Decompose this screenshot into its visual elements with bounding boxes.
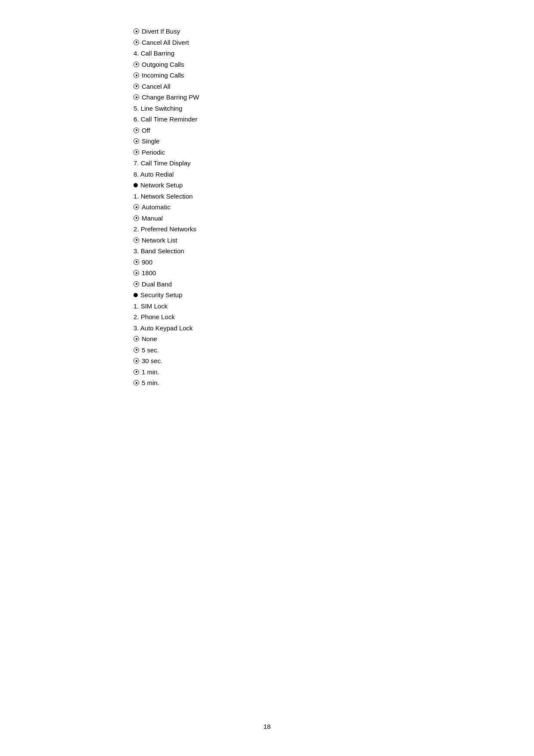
list-item-text: None <box>142 333 157 345</box>
circle-bullet-icon <box>134 347 139 353</box>
list-item: 1 min. <box>134 367 199 378</box>
page-content: Divert If BusyCancel All Divert4. Call B… <box>134 26 199 389</box>
list-item: Security Setup <box>134 289 199 301</box>
list-item: Divert If Busy <box>134 26 199 37</box>
list-item: Off <box>134 125 199 136</box>
list-item: 5. Line Switching <box>134 103 199 114</box>
list-item: Cancel All Divert <box>134 37 199 48</box>
list-item-text: 5. Line Switching <box>134 103 182 114</box>
list-item-text: 5 min. <box>142 377 159 389</box>
list-item: 1800 <box>134 268 199 279</box>
list-item: Cancel All <box>134 81 199 92</box>
list-item: 4. Call Barring <box>134 48 199 59</box>
list-item-text: Dual Band <box>142 279 172 290</box>
list-item-text: Periodic <box>142 147 165 158</box>
list-item-text: 5 sec. <box>142 345 159 356</box>
list-item-text: Single <box>142 136 160 147</box>
circle-bullet-icon <box>134 72 139 78</box>
list-item: 2. Preferred Networks <box>134 224 199 235</box>
list-item: 6. Call Time Reminder <box>134 114 199 125</box>
list-item: Dual Band <box>134 279 199 290</box>
list-item: None <box>134 333 199 345</box>
list-item-text: Off <box>142 125 150 136</box>
list-item: Network List <box>134 235 199 246</box>
list-item-text: Incoming Calls <box>142 70 184 81</box>
circle-bullet-icon <box>134 281 139 287</box>
list-item-text: 3. Auto Keypad Lock <box>134 323 193 334</box>
list-item: Periodic <box>134 147 199 158</box>
list-item: Change Barring PW <box>134 92 199 103</box>
list-item-text: Automatic <box>142 202 171 213</box>
circle-bullet-icon <box>134 358 139 364</box>
circle-bullet-icon <box>134 40 139 45</box>
list-item-text: 900 <box>142 257 152 268</box>
list-item: 30 sec. <box>134 355 199 367</box>
list-item-text: Outgoing Calls <box>142 59 184 70</box>
list-item: 8. Auto Redial <box>134 169 199 180</box>
circle-bullet-icon <box>134 84 139 89</box>
circle-bullet-icon <box>134 204 139 210</box>
circle-bullet-icon <box>134 336 139 342</box>
circle-bullet-icon <box>134 369 139 375</box>
page-number: 18 <box>264 723 271 730</box>
circle-bullet-icon <box>134 237 139 243</box>
list-item-text: 1. SIM Lock <box>134 301 168 312</box>
list-item: 3. Band Selection <box>134 246 199 257</box>
list-item-text: 3. Band Selection <box>134 246 184 257</box>
list-item-text: 1. Network Selection <box>134 191 193 202</box>
list-item: 1. SIM Lock <box>134 301 199 312</box>
list-item: Network Setup <box>134 180 199 191</box>
circle-bullet-icon <box>134 215 139 221</box>
circle-bullet-icon <box>134 149 139 155</box>
bullet-icon <box>134 293 138 297</box>
list-item: Automatic <box>134 202 199 213</box>
circle-bullet-icon <box>134 62 139 67</box>
circle-bullet-icon <box>134 94 139 100</box>
circle-bullet-icon <box>134 259 139 265</box>
circle-bullet-icon <box>134 380 139 386</box>
list-item-text: 30 sec. <box>142 355 162 367</box>
list-item-text: 1 min. <box>142 367 159 378</box>
list-item-text: 8. Auto Redial <box>134 169 174 180</box>
list-item-text: Divert If Busy <box>142 26 180 37</box>
list-item-text: 6. Call Time Reminder <box>134 114 197 125</box>
list-item-text: Network List <box>142 235 177 246</box>
list-item-text: 7. Call Time Display <box>134 158 191 169</box>
circle-bullet-icon <box>134 128 139 133</box>
circle-bullet-icon <box>134 28 139 34</box>
bullet-icon <box>134 183 138 187</box>
list-item: 900 <box>134 257 199 268</box>
list-item: Single <box>134 136 199 147</box>
circle-bullet-icon <box>134 138 139 144</box>
list-item-text: 2. Phone Lock <box>134 311 175 323</box>
list-item: Outgoing Calls <box>134 59 199 70</box>
list-item-text: Security Setup <box>140 289 183 301</box>
circle-bullet-icon <box>134 270 139 276</box>
list-item-text: 2. Preferred Networks <box>134 224 196 235</box>
list-item-text: Cancel All Divert <box>142 37 189 48</box>
list-item: 5 sec. <box>134 345 199 356</box>
list-item: 7. Call Time Display <box>134 158 199 169</box>
list-item-text: 4. Call Barring <box>134 48 174 59</box>
list-item: 2. Phone Lock <box>134 311 199 323</box>
list-item-text: Network Setup <box>140 180 183 191</box>
list-item: Incoming Calls <box>134 70 199 81</box>
list-item: Manual <box>134 213 199 224</box>
list-item: 1. Network Selection <box>134 191 199 202</box>
list-item-text: Change Barring PW <box>142 92 199 103</box>
list-item-text: Manual <box>142 213 163 224</box>
list-item-text: 1800 <box>142 268 156 279</box>
list-item: 5 min. <box>134 377 199 389</box>
list-item: 3. Auto Keypad Lock <box>134 323 199 334</box>
list-item-text: Cancel All <box>142 81 171 92</box>
